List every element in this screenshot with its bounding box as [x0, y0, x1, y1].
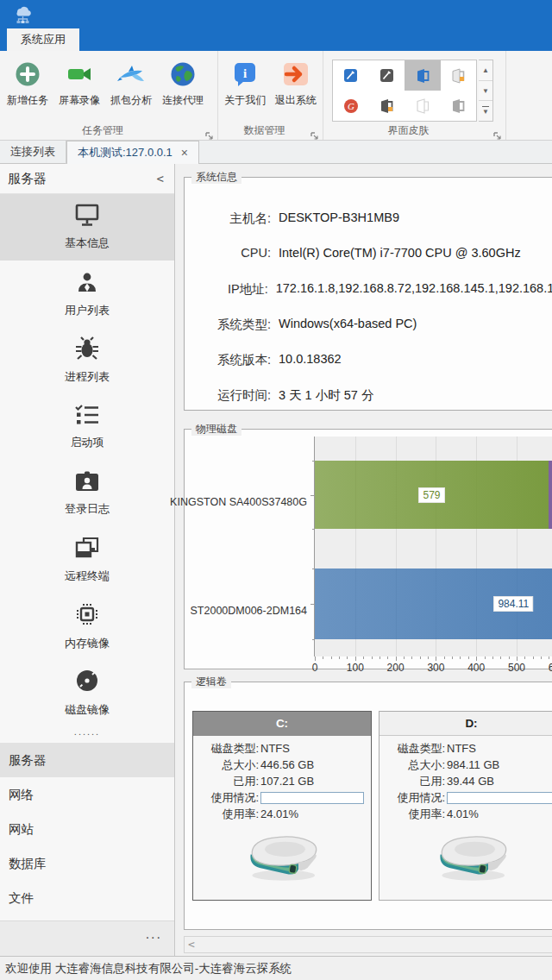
bar-value-label: 579: [418, 487, 444, 503]
info-row-cpu: CPU: Intel(R) Core(TM) i7-7700 CPU @ 3.6…: [185, 246, 552, 281]
about-button[interactable]: i 关于我们: [220, 54, 271, 108]
sidebar-item-user-list[interactable]: 用户列表: [0, 261, 174, 327]
tab-connection-list[interactable]: 连接列表: [0, 141, 66, 164]
vol-label: 总大小:: [197, 757, 259, 773]
svg-text:i: i: [243, 66, 247, 80]
logical-volumes-title: 逻辑卷: [191, 675, 231, 688]
dialog-launcher-icon[interactable]: [493, 129, 502, 137]
ribbon-spacer: [506, 51, 552, 140]
dialog-launcher-icon[interactable]: [205, 129, 214, 137]
packet-capture-button[interactable]: 抓包分析: [105, 54, 157, 108]
sidebar-item-basic-info[interactable]: 基本信息: [0, 194, 174, 261]
skin-office-dark[interactable]: [369, 91, 405, 121]
vol-label: 总大小:: [383, 757, 445, 773]
skin-g-red[interactable]: G: [333, 91, 369, 121]
info-value: DESKTOP-B3H1MB9: [279, 210, 399, 224]
sidebar-header: 服务器 <: [0, 164, 174, 194]
ribbon-group-skins: G ▲ ▼ ▼ 界面皮肤: [323, 51, 506, 140]
main-panel: 系统信息 主机名: DESKTOP-B3H1MB9 CPU: Intel(R) …: [176, 164, 552, 956]
packet-capture-shark-icon: [116, 60, 146, 89]
sidebar-section-database[interactable]: 数据库: [0, 846, 174, 881]
disc-icon: [74, 668, 100, 697]
group-label-skins: 界面皮肤: [323, 123, 493, 138]
add-task-icon: [13, 60, 42, 89]
close-icon[interactable]: ×: [181, 147, 188, 159]
sidebar-section-website[interactable]: 网站: [0, 812, 174, 846]
info-row-hostname: 主机名: DESKTOP-B3H1MB9: [185, 210, 552, 246]
exit-label: 退出系统: [275, 93, 317, 108]
skin-office-blue[interactable]: [405, 60, 441, 91]
gallery-dropdown-icon[interactable]: ▼: [479, 101, 492, 121]
logical-volumes-group: 逻辑卷 C: 磁盘类型:NTFS 总大小:446.56 GB 已用:107.21…: [184, 682, 552, 930]
collapse-chevron-icon[interactable]: <: [157, 164, 164, 193]
screen-record-button[interactable]: 屏幕录像: [53, 54, 105, 108]
x-axis-tick-label: 200: [387, 662, 405, 674]
skin-office-ghost[interactable]: [405, 91, 441, 121]
dialog-launcher-icon[interactable]: [310, 129, 319, 137]
gallery-scroll-up-icon[interactable]: ▲: [479, 60, 492, 81]
vol-value: NTFS: [447, 742, 476, 755]
sidebar-item-memory-image[interactable]: 内存镜像: [0, 593, 174, 659]
sidebar-item-label: 磁盘镜像: [65, 702, 110, 718]
skin-pen-dark[interactable]: [369, 60, 405, 91]
volume-card-c[interactable]: C: 磁盘类型:NTFS 总大小:446.56 GB 已用:107.21 GB …: [192, 711, 372, 901]
new-task-button[interactable]: 新增任务: [2, 54, 53, 108]
sidebar-section-network[interactable]: 网络: [0, 777, 174, 812]
bar-value-label: 984.11: [493, 596, 533, 612]
info-label: IP地址:: [185, 281, 268, 298]
status-text: 欢迎使用 大连睿海信息科技有限公司-大连睿海云探系统: [5, 962, 292, 975]
info-row-uptime: 运行时间: 3 天 1 小时 57 分: [185, 387, 552, 423]
tab-local-test[interactable]: 本机测试:127.0.0.1 ×: [66, 141, 199, 164]
sidebar-section-server[interactable]: 服务器: [0, 743, 174, 777]
chip-icon: [74, 601, 100, 631]
info-row-ip: IP地址: 172.16.1.8,192.168.8.72,192.168.14…: [185, 281, 552, 317]
sidebar-item-disk-image[interactable]: 磁盘镜像: [0, 659, 174, 726]
group-label-data: 数据管理: [218, 123, 310, 138]
sidebar-item-login-log[interactable]: 登录日志: [0, 460, 174, 526]
skin-office-gray[interactable]: [441, 91, 477, 121]
sidebar-item-label: 用户列表: [65, 303, 110, 318]
proxy-button[interactable]: 连接代理: [157, 54, 209, 108]
disk-chart-plot: 579984.110100200300400500600: [314, 437, 552, 656]
sidebar-section-files[interactable]: 文件: [0, 881, 174, 915]
sidebar-splitter-handle[interactable]: ......: [0, 726, 174, 743]
vol-rate-label: 使用率:: [197, 807, 259, 822]
vol-value: 984.11 GB: [447, 758, 499, 771]
vol-usage-label: 使用情况:: [383, 790, 445, 806]
sidebar-item-remote-terminal[interactable]: 远程终端: [0, 526, 174, 593]
info-value: 3 天 1 小时 57 分: [279, 387, 373, 404]
info-value: Windows(x64-based PC): [279, 317, 417, 330]
gallery-scroll-down-icon[interactable]: ▼: [479, 81, 492, 102]
x-axis-tick-label: 600: [549, 662, 552, 674]
skin-office-light[interactable]: [441, 60, 477, 91]
usage-progressbar: [260, 792, 364, 804]
proxy-globe-icon: [168, 60, 198, 89]
cloud-network-app-icon: [12, 3, 34, 28]
vol-label: 磁盘类型:: [197, 741, 259, 757]
sidebar-item-label: 启动项: [71, 435, 104, 450]
vol-label: 已用:: [197, 774, 259, 789]
sidebar-item-startup[interactable]: 启动项: [0, 393, 174, 460]
proxy-label: 连接代理: [162, 93, 204, 108]
volume-card-d[interactable]: D: 磁盘类型:NTFS 总大小:984.11 GB 已用:39.44 GB 使…: [379, 711, 552, 901]
checklist-icon: [74, 404, 100, 430]
title-bar: [0, 0, 552, 28]
vol-value: 107.21 GB: [260, 775, 314, 788]
ribbon-group-task: 新增任务 屏幕录像 抓包分析: [0, 51, 218, 140]
x-axis-tick-label: 500: [508, 662, 525, 674]
info-value: Intel(R) Core(TM) i7-7700 CPU @ 3.60GHz: [279, 246, 521, 260]
svg-text:G: G: [348, 101, 354, 111]
skin-pen-blue[interactable]: [333, 60, 369, 91]
screen-record-icon: [65, 60, 94, 89]
app-window: 系统应用 新增任务 屏幕录像: [0, 0, 552, 980]
sidebar-overflow-button[interactable]: ...: [0, 920, 174, 956]
tab-system-app[interactable]: 系统应用: [7, 28, 79, 51]
scroll-left-icon[interactable]: <: [188, 938, 195, 951]
sidebar-item-process-list[interactable]: 进程列表: [0, 327, 174, 393]
vol-rate-value: 24.01%: [260, 807, 298, 820]
packet-capture-label: 抓包分析: [110, 93, 152, 108]
skin-gallery-scrollbar: ▲ ▼ ▼: [479, 60, 493, 122]
exit-button[interactable]: 退出系统: [271, 54, 322, 108]
disk-chart-categories: KINGSTON SA400S37480GST2000DM006-2DM164: [185, 437, 314, 656]
main-horizontal-scrollbar[interactable]: <: [184, 936, 552, 953]
